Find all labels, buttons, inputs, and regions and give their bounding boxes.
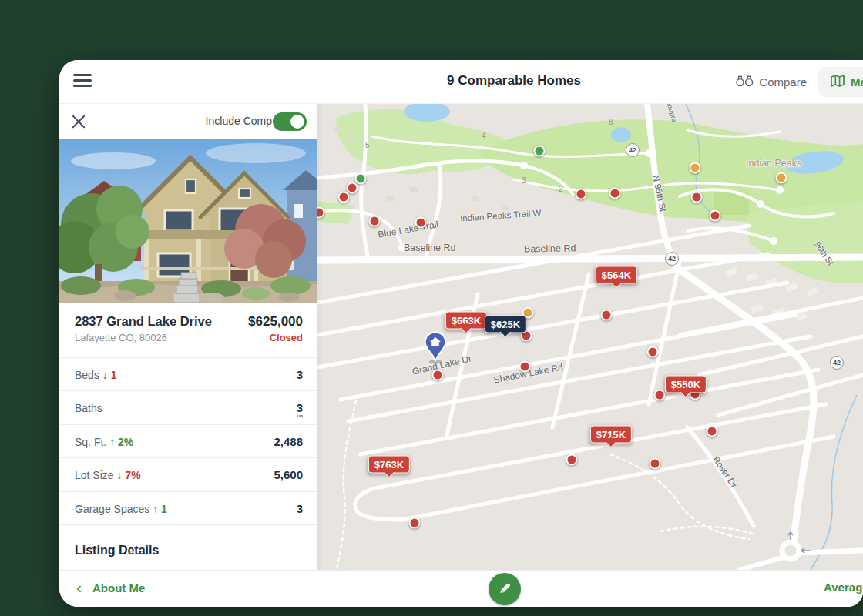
street-label: Roser Dr xyxy=(711,455,739,490)
comp-home-dot[interactable] xyxy=(576,189,587,200)
comp-row[interactable]: Lot Size ↓ 7%5,600 xyxy=(59,458,317,491)
map-label: Map xyxy=(851,75,863,89)
row-label: Lot Size ↓ 7% xyxy=(75,469,141,481)
golf-hole-number: 5 xyxy=(365,141,370,149)
comp-home-dot[interactable] xyxy=(409,517,421,529)
property-address: 2837 Grand Lake Drive xyxy=(75,314,212,329)
property-price: $625,000 xyxy=(248,314,303,330)
close-icon[interactable] xyxy=(70,113,87,130)
comp-row[interactable]: Sq. Ft. ↑ 2%2,488 xyxy=(59,425,317,458)
map-view-button[interactable]: Map xyxy=(818,67,863,97)
street-label: N 95th St xyxy=(651,174,668,212)
about-me-back-button[interactable]: ‹ About Me xyxy=(76,581,145,594)
golf-hole-number: 2 xyxy=(559,185,563,193)
status-badge: Closed xyxy=(270,332,303,343)
comp-home-dot[interactable] xyxy=(647,346,659,358)
pencil-icon xyxy=(498,581,512,598)
street-label: Baseline Rd xyxy=(524,243,576,254)
row-label: Beds ↓ 1 xyxy=(75,369,117,381)
comp-home-dot[interactable] xyxy=(654,390,666,401)
subject-property-pin[interactable] xyxy=(424,331,447,367)
comp-rows: Beds ↓ 13Baths3Sq. Ft. ↑ 2%2,488Lot Size… xyxy=(59,358,317,525)
street-label: Blue Lake Trail xyxy=(377,219,439,240)
compare-icon xyxy=(736,75,754,89)
app-window: 9 Comparable Homes Compare Map xyxy=(59,60,863,607)
price-marker[interactable]: $715K xyxy=(590,426,632,444)
compare-button[interactable]: Compare xyxy=(736,75,807,89)
street-label: Indian Peaks Trail W xyxy=(460,208,542,223)
row-label: Sq. Ft. ↑ 2% xyxy=(75,436,133,448)
street-label: Baseline Rd xyxy=(404,243,455,253)
chevron-left-icon: ‹ xyxy=(76,581,82,594)
row-delta: ↑ 1 xyxy=(153,503,167,515)
row-delta: ↓ 7% xyxy=(116,469,140,481)
comp-home-dot[interactable] xyxy=(432,370,444,381)
row-label: Garage Spaces ↑ 1 xyxy=(75,503,167,515)
route-badge: 42 xyxy=(626,143,640,157)
comp-home-dot[interactable] xyxy=(415,217,427,229)
include-comp-toggle[interactable] xyxy=(273,112,307,131)
row-delta: ↓ 1 xyxy=(102,369,117,381)
row-delta: ↑ 2% xyxy=(109,436,133,448)
averages-button[interactable]: Averages xyxy=(824,581,863,594)
price-marker[interactable]: $663K xyxy=(445,312,487,330)
comp-home-dot[interactable] xyxy=(369,216,381,227)
comp-home-dot[interactable] xyxy=(566,454,578,466)
comp-home-dot[interactable] xyxy=(519,361,531,373)
property-summary: 2837 Grand Lake Drive Lafayette CO, 8002… xyxy=(59,303,317,358)
price-marker[interactable]: $564K xyxy=(596,266,637,284)
park-label: Indian Peaks xyxy=(746,158,801,169)
comp-home-dot[interactable] xyxy=(691,192,703,203)
listing-details-heading: Listing Details xyxy=(59,525,317,557)
map-icon xyxy=(830,74,845,90)
comp-home-dot[interactable] xyxy=(690,162,701,174)
route-badge: 42 xyxy=(830,356,844,370)
include-comp-label: Include Comp xyxy=(206,115,272,127)
page-title: 9 Comparable Homes xyxy=(447,73,581,89)
comp-row[interactable]: Garage Spaces ↑ 13 xyxy=(59,492,317,525)
comp-home-dot[interactable] xyxy=(776,172,787,184)
route-badge: 42 xyxy=(665,252,679,266)
map-overlay-layer: Blue Lake TrailBaseline RdBaseline RdInd… xyxy=(317,104,863,570)
price-marker[interactable]: $763K xyxy=(368,456,410,474)
price-marker[interactable]: $550K xyxy=(665,376,707,393)
golf-hole-number: 8 xyxy=(609,118,613,126)
comp-home-dot[interactable] xyxy=(317,207,325,219)
map-canvas[interactable]: Blue Lake TrailBaseline RdBaseline RdInd… xyxy=(317,104,863,570)
property-detail-panel: Include Comp xyxy=(59,104,317,570)
property-city: Lafayette CO, 80026 xyxy=(75,332,167,343)
row-label: Baths xyxy=(75,402,102,414)
compare-label: Compare xyxy=(759,75,807,89)
property-photo[interactable] xyxy=(59,139,317,303)
row-value: 3 xyxy=(297,368,303,381)
edit-button[interactable] xyxy=(489,573,521,605)
row-value: 3 xyxy=(297,401,303,417)
comp-home-dot[interactable] xyxy=(347,182,358,194)
comp-home-dot[interactable] xyxy=(338,192,350,203)
street-label: 96th St xyxy=(813,239,836,266)
street-label: Beaupre xyxy=(664,104,678,123)
comp-home-dot[interactable] xyxy=(534,146,546,157)
price-marker[interactable]: $625K xyxy=(485,316,526,333)
row-value: 5,600 xyxy=(274,468,303,481)
app-header: 9 Comparable Homes Compare Map xyxy=(59,60,863,104)
hamburger-menu-icon[interactable] xyxy=(73,74,92,89)
comp-home-dot[interactable] xyxy=(707,426,718,437)
back-label: About Me xyxy=(92,581,145,594)
comp-home-dot[interactable] xyxy=(601,310,613,321)
golf-hole-number: 4 xyxy=(482,132,486,140)
comp-row[interactable]: Beds ↓ 13 xyxy=(59,358,317,391)
comp-home-dot[interactable] xyxy=(355,173,367,185)
row-value: 3 xyxy=(297,502,303,515)
comp-home-dot[interactable] xyxy=(650,458,661,470)
comp-home-dot[interactable] xyxy=(710,210,721,222)
comp-home-dot[interactable] xyxy=(609,188,621,199)
golf-hole-number: 3 xyxy=(522,176,526,185)
row-value: 2,488 xyxy=(274,435,303,448)
comp-row[interactable]: Baths3 xyxy=(59,391,317,424)
bottom-bar: ‹ About Me Averages xyxy=(59,570,863,607)
